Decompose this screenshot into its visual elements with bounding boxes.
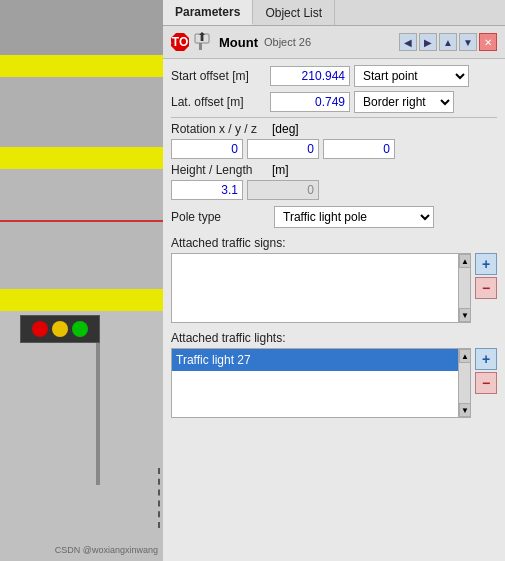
nav-arrows: ◀ ▶ ▲ ▼ ✕ xyxy=(399,33,497,51)
mount-icon: STOP ⬆ xyxy=(171,32,211,52)
tab-bar: Parameters Object List xyxy=(163,0,505,26)
rotation-section: Rotation x / y / z [deg] xyxy=(171,122,497,159)
lights-scroll-up[interactable]: ▲ xyxy=(459,349,471,363)
rotation-unit: [deg] xyxy=(272,122,299,136)
road-stripe-bottom xyxy=(0,289,163,311)
height-section: Height / Length [m] xyxy=(171,163,497,200)
stop-sign-icon: STOP xyxy=(171,33,189,51)
height-value-input[interactable] xyxy=(171,180,243,200)
traffic-light-green xyxy=(72,321,88,337)
height-label: Height / Length xyxy=(171,163,266,177)
nav-left-button[interactable]: ◀ xyxy=(399,33,417,51)
traffic-light-yellow xyxy=(52,321,68,337)
pole-type-label: Pole type xyxy=(171,210,266,224)
rotation-inputs xyxy=(171,139,497,159)
signs-remove-button[interactable]: − xyxy=(475,277,497,299)
start-offset-row: Start offset [m] Start point End point R… xyxy=(171,65,497,87)
object-title: Mount xyxy=(219,35,258,50)
attached-lights-label: Attached traffic lights: xyxy=(171,331,497,345)
nav-delete-button[interactable]: ✕ xyxy=(479,33,497,51)
rotation-z-input[interactable] xyxy=(323,139,395,159)
nav-down-button[interactable]: ▼ xyxy=(459,33,477,51)
road-bottom xyxy=(0,311,163,561)
road-lane xyxy=(0,77,163,147)
signs-scroll-bar: ▲ ▼ xyxy=(458,254,470,322)
lat-offset-label: Lat. offset [m] xyxy=(171,95,266,109)
length-value-input[interactable] xyxy=(247,180,319,200)
pole-type-row: Pole type Traffic light pole Sign pole S… xyxy=(171,206,497,228)
lights-list-area: Traffic light 27 ▲ ▼ xyxy=(171,348,471,418)
divider-1 xyxy=(171,117,497,118)
road-center xyxy=(0,169,163,289)
form-area: Start offset [m] Start point End point R… xyxy=(163,59,505,561)
parameters-panel: Parameters Object List STOP ⬆ Mount Obje… xyxy=(163,0,505,561)
height-label-row: Height / Length [m] xyxy=(171,163,497,177)
lights-add-button[interactable]: + xyxy=(475,348,497,370)
tab-object-list[interactable]: Object List xyxy=(253,0,335,25)
height-unit: [m] xyxy=(272,163,289,177)
list-item[interactable]: Traffic light 27 xyxy=(172,349,470,371)
rotation-y-input[interactable] xyxy=(247,139,319,159)
signs-add-button[interactable]: + xyxy=(475,253,497,275)
start-offset-dropdown[interactable]: Start point End point Reference point xyxy=(354,65,469,87)
lights-list-with-buttons: Traffic light 27 ▲ ▼ + − xyxy=(171,348,497,418)
road-stripe xyxy=(0,55,163,77)
road-center-line xyxy=(0,220,163,222)
traffic-light-box xyxy=(20,315,100,343)
svg-text:STOP: STOP xyxy=(171,35,189,49)
signs-list-with-buttons: ▲ ▼ + − xyxy=(171,253,497,323)
pole-sign-icon: ⬆ xyxy=(191,32,211,52)
rotation-label-row: Rotation x / y / z [deg] xyxy=(171,122,497,136)
signs-scroll-up[interactable]: ▲ xyxy=(459,254,471,268)
start-offset-input[interactable] xyxy=(270,66,350,86)
rotation-label: Rotation x / y / z xyxy=(171,122,266,136)
watermark: CSDN @woxiangxinwang xyxy=(55,545,158,555)
attached-signs-section: Attached traffic signs: ▲ ▼ + − xyxy=(171,236,497,323)
attached-signs-label: Attached traffic signs: xyxy=(171,236,497,250)
lights-scroll-down[interactable]: ▼ xyxy=(459,403,471,417)
attached-lights-section: Attached traffic lights: Traffic light 2… xyxy=(171,331,497,418)
tab-parameters[interactable]: Parameters xyxy=(163,0,253,25)
signs-scroll-down[interactable]: ▼ xyxy=(459,308,471,322)
pole-type-dropdown[interactable]: Traffic light pole Sign pole Street lamp xyxy=(274,206,434,228)
dotted-border-indicator xyxy=(140,468,160,528)
height-inputs xyxy=(171,180,497,200)
object-header: STOP ⬆ Mount Object 26 ◀ ▶ ▲ ▼ ✕ xyxy=(163,26,505,59)
nav-up-button[interactable]: ▲ xyxy=(439,33,457,51)
traffic-light-red xyxy=(32,321,48,337)
signs-list-buttons: + − xyxy=(475,253,497,323)
lights-remove-button[interactable]: − xyxy=(475,372,497,394)
svg-text:⬆: ⬆ xyxy=(197,32,207,44)
object-subtitle: Object 26 xyxy=(264,36,311,48)
rotation-x-input[interactable] xyxy=(171,139,243,159)
nav-right-button[interactable]: ▶ xyxy=(419,33,437,51)
lat-offset-input[interactable] xyxy=(270,92,350,112)
lat-offset-dropdown[interactable]: Border right Border left Center xyxy=(354,91,454,113)
lights-list-buttons: + − xyxy=(475,348,497,418)
lat-offset-row: Lat. offset [m] Border right Border left… xyxy=(171,91,497,113)
road-visualization: CSDN @woxiangxinwang xyxy=(0,0,163,561)
signs-list-area: ▲ ▼ xyxy=(171,253,471,323)
road-stripe-mid xyxy=(0,147,163,169)
start-offset-label: Start offset [m] xyxy=(171,69,266,83)
lights-scroll-bar: ▲ ▼ xyxy=(458,349,470,417)
